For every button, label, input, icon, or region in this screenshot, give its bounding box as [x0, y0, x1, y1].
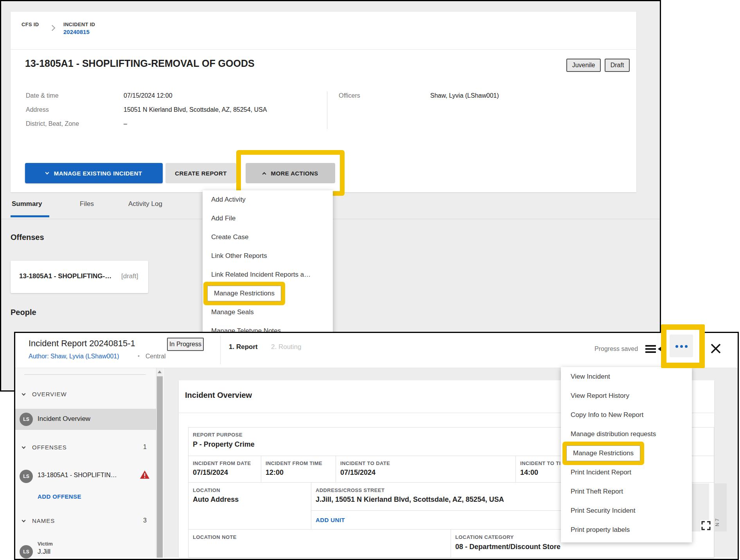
location-category-value: 08 - Department/Discount Store — [455, 543, 560, 551]
menu-item-add-activity[interactable]: Add Activity — [203, 190, 333, 209]
menu-item-manage-restrictions[interactable]: Manage Restrictions — [203, 284, 333, 303]
location-note-field[interactable] — [188, 529, 451, 558]
breadcrumb-incident-id-link[interactable]: 20240815 — [63, 29, 90, 35]
incident-title: 13-1805A1 - SHOPLIFTING-REMOVAL OF GOODS — [25, 58, 255, 69]
report-purpose-label: REPORT PURPOSE — [193, 432, 242, 438]
avatar: LS — [20, 545, 33, 558]
manage-existing-incident-label: MANAGE EXISTING INCIDENT — [54, 170, 142, 177]
ellipsis-icon — [674, 342, 688, 349]
sidebar-item-incident-overview-label: Incident Overview — [38, 415, 90, 423]
report-author-link[interactable]: Author: Shaw, Lyvia (LShaw001) — [29, 353, 119, 360]
location-category-label: LOCATION CATEGORY — [455, 534, 514, 540]
report-more-menu: View Incident View Report History Copy I… — [561, 367, 692, 542]
location-note-label: LOCATION NOTE — [193, 534, 237, 540]
avatar: LS — [20, 470, 33, 483]
address-value: 15051 N Kierland Blvd, Scottsdale, AZ, 8… — [124, 106, 267, 113]
incident-to-time-value: 14:00 — [520, 469, 538, 477]
more-options-button[interactable] — [670, 335, 693, 357]
step-routing[interactable]: 2. Routing — [271, 343, 302, 351]
incident-from-time-label: INCIDENT FROM TIME — [266, 460, 322, 466]
date-time-value: 07/15/2024 12:00 — [124, 92, 172, 99]
incident-to-date-label: INCIDENT TO DATE — [340, 460, 390, 466]
scrollbar-thumb[interactable] — [157, 376, 163, 558]
map-fullscreen-icon[interactable] — [700, 520, 711, 531]
district-beat-zone-value: – — [124, 120, 127, 127]
address-cross-street-label: ADDRESS/CROSS STREET — [316, 487, 384, 493]
chevron-down-icon — [45, 170, 49, 174]
menu-item-print-incident-report[interactable]: Print Incident Report — [561, 463, 692, 482]
menu-item-print-theft-report[interactable]: Print Theft Report — [561, 482, 692, 501]
incident-from-time-value: 12:00 — [266, 469, 284, 477]
report-org-label: Central — [145, 353, 166, 360]
officers-value: Shaw, Lyvia (LShaw001) — [430, 92, 499, 99]
map-street-label-2: N 7 — [714, 519, 720, 526]
offenses-count: 1 — [143, 444, 147, 451]
breadcrumb-divider — [11, 49, 636, 50]
details-divider — [327, 91, 327, 129]
address-cross-street-value: J.Jill, 15051 N Kierland Blvd, Scottsdal… — [316, 496, 504, 504]
create-report-label: CREATE REPORT — [175, 170, 226, 177]
manage-existing-incident-button[interactable]: MANAGE EXISTING INCIDENT — [25, 163, 163, 183]
draft-badge: Draft — [605, 59, 630, 72]
more-actions-highlight — [236, 150, 345, 196]
tab-activity-log[interactable]: Activity Log — [128, 200, 162, 208]
menu-item-copy-info-to-new-report[interactable]: Copy Info to New Report — [561, 405, 692, 424]
incident-overview-heading: Incident Overview — [185, 391, 252, 400]
header-divider — [220, 335, 221, 364]
menu-item-print-property-labels[interactable]: Print property labels — [561, 520, 692, 539]
avatar: LS — [20, 413, 33, 426]
add-offense-button[interactable]: ADD OFFENSE — [38, 493, 81, 500]
tab-summary[interactable]: Summary — [12, 200, 42, 208]
date-time-label: Date & time — [26, 92, 59, 99]
location-label: LOCATION — [193, 487, 220, 493]
author-separator-dot: • — [138, 353, 140, 359]
offense-card-title: 13-1805A1 - SHOPLIFTING-… — [19, 272, 111, 280]
juvenile-badge: Juvenile — [566, 59, 601, 72]
sidebar-item-offense[interactable]: 13-1805A1 - SHOPLIFTIN… — [38, 472, 117, 479]
menu-item-link-related-incident-reports[interactable]: Link Related Incident Reports a… — [203, 265, 333, 284]
report-purpose-value: P - Property Crime — [193, 440, 255, 449]
incident-from-date-value: 07/15/2024 — [193, 469, 228, 477]
in-progress-chip: In Progress — [167, 338, 204, 351]
sidebar-section-names[interactable]: NAMES — [32, 517, 55, 524]
names-count: 3 — [143, 517, 147, 524]
more-actions-menu: Add Activity Add File Create Case Link O… — [203, 190, 333, 340]
incident-from-date-label: INCIDENT FROM DATE — [193, 460, 251, 466]
offense-warning-icon — [140, 471, 149, 480]
menu-item-manage-seals[interactable]: Manage Seals — [203, 303, 333, 322]
sidebar-item-victim[interactable]: J.Jill — [38, 548, 50, 556]
menu-item-manage-distribution-requests[interactable]: Manage distribution requests — [561, 424, 692, 444]
officers-label: Officers — [339, 92, 360, 99]
victim-role-label: Victim — [38, 541, 53, 547]
people-heading: People — [11, 308, 36, 317]
manage-restrictions-highlight: Manage Restrictions — [566, 445, 640, 461]
add-unit-button[interactable]: ADD UNIT — [316, 517, 345, 523]
incident-to-date-value: 07/15/2024 — [340, 469, 375, 477]
scrollbar-up-arrow[interactable] — [156, 369, 163, 375]
manage-restrictions-highlight: Manage Restrictions — [207, 286, 281, 301]
location-value: Auto Address — [193, 496, 239, 504]
sidebar-section-overview[interactable]: OVERVIEW — [32, 391, 67, 397]
tab-files[interactable]: Files — [80, 200, 94, 208]
manage-restrictions-label: Manage Restrictions — [573, 449, 634, 457]
district-beat-zone-label: District, Beat, Zone — [26, 120, 79, 127]
menu-item-print-security-incident[interactable]: Print Security Incident — [561, 501, 692, 520]
sidebar-section-offenses[interactable]: OFFENSES — [32, 444, 67, 451]
manage-restrictions-label: Manage Restrictions — [214, 290, 275, 297]
offenses-heading: Offenses — [11, 233, 44, 242]
close-icon[interactable] — [709, 342, 722, 356]
offense-card-status: [draft] — [121, 272, 138, 280]
active-tab-underline — [11, 215, 49, 217]
breadcrumb-incident-id-label: INCIDENT ID — [63, 21, 95, 27]
step-report[interactable]: 1. Report — [229, 343, 258, 351]
menu-item-view-report-history[interactable]: View Report History — [561, 386, 692, 405]
menu-item-manage-restrictions[interactable]: Manage Restrictions — [561, 444, 692, 463]
menu-item-view-incident[interactable]: View Incident — [561, 367, 692, 386]
menu-item-add-file[interactable]: Add File — [203, 209, 333, 228]
collapse-menu-icon[interactable] — [645, 344, 662, 356]
breadcrumb-cfs-id-label: CFS ID — [22, 21, 39, 27]
create-report-button[interactable]: CREATE REPORT — [165, 163, 236, 183]
menu-item-link-other-reports[interactable]: Link Other Reports — [203, 247, 333, 265]
sidebar-top-divider — [24, 374, 146, 375]
menu-item-create-case[interactable]: Create Case — [203, 228, 333, 247]
